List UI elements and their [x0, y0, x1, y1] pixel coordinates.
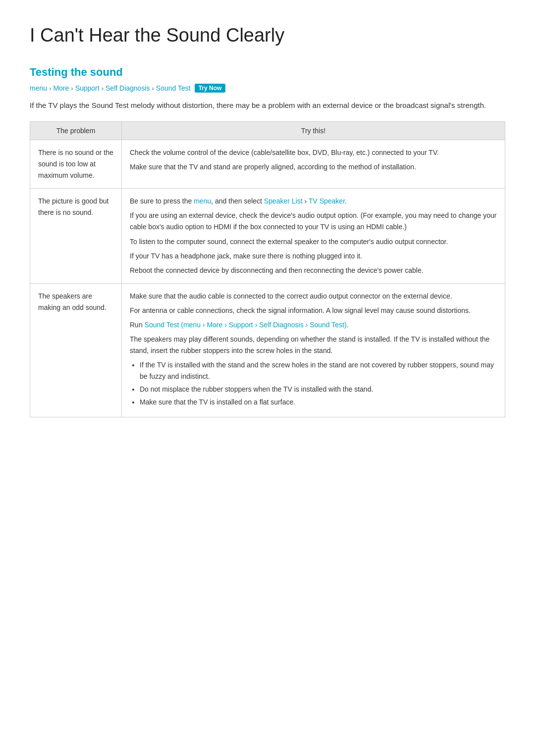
page-title: I Can't Hear the Sound Clearly [30, 25, 505, 46]
problem-cell-3: The speakers are making an odd sound. [30, 283, 122, 417]
breadcrumb-support[interactable]: Support [75, 84, 100, 92]
try-now-badge[interactable]: Try Now [195, 84, 226, 93]
solution-3-para-2: For antenna or cable connections, check … [130, 305, 497, 316]
breadcrumb: menu › More › Support › Self Diagnosis ›… [30, 84, 505, 93]
table-row: The speakers are making an odd sound. Ma… [30, 283, 505, 417]
solution-3-para-4: The speakers may play different sounds, … [130, 334, 497, 356]
breadcrumb-more[interactable]: More [53, 84, 69, 92]
solution-3-bullet-2: Do not misplace the rubber stoppers when… [140, 384, 497, 395]
solution-3-para-3: Run Sound Test (menu › More › Support › … [130, 319, 497, 331]
table-row: There is no sound or the sound is too lo… [30, 140, 505, 189]
col-header-problem: The problem [30, 122, 122, 140]
solution-3-bullet-list: If the TV is installed with the stand an… [130, 359, 497, 408]
solution-2-para-4: If your TV has a headphone jack, make su… [130, 251, 497, 262]
solution-3-para-1: Make sure that the audio cable is connec… [130, 291, 497, 302]
breadcrumb-sep-4: › [152, 85, 154, 92]
problem-cell-2: The picture is good but there is no soun… [30, 189, 122, 284]
solution-2-para-3: To listen to the computer sound, connect… [130, 236, 497, 248]
breadcrumb-sep-2: › [71, 85, 73, 92]
menu-link-1[interactable]: menu [194, 197, 211, 205]
speaker-list-link[interactable]: Speaker List [264, 197, 303, 205]
solution-cell-1: Check the volume control of the device (… [122, 140, 505, 189]
breadcrumb-sound-test[interactable]: Sound Test [156, 84, 191, 92]
problem-cell-1: There is no sound or the sound is too lo… [30, 140, 122, 189]
breadcrumb-menu[interactable]: menu [30, 84, 47, 92]
col-header-solution: Try this! [122, 122, 505, 140]
solution-1-para-1: Check the volume control of the device (… [130, 147, 497, 158]
breadcrumb-self-diagnosis[interactable]: Self Diagnosis [106, 84, 150, 92]
solution-2-para-2: If you are using an external device, che… [130, 210, 497, 233]
solution-3-bullet-3: Make sure that the TV is installed on a … [140, 397, 497, 407]
solution-cell-3: Make sure that the audio cable is connec… [122, 283, 505, 417]
section-title: Testing the sound [30, 66, 505, 79]
sound-test-inline-link[interactable]: Sound Test (menu › More › Support › Self… [145, 321, 347, 329]
troubleshoot-table: The problem Try this! There is no sound … [30, 121, 505, 417]
breadcrumb-sep-3: › [102, 85, 104, 92]
solution-2-para-5: Reboot the connected device by disconnec… [130, 265, 497, 276]
solution-3-bullet-1: If the TV is installed with the stand an… [140, 359, 497, 382]
solution-2-para-1: Be sure to press the menu, and then sele… [130, 196, 497, 207]
breadcrumb-sep-1: › [49, 85, 51, 92]
solution-1-para-2: Make sure that the TV and stand are prop… [130, 161, 497, 173]
tv-speaker-link[interactable]: TV Speaker [309, 197, 345, 205]
solution-cell-2: Be sure to press the menu, and then sele… [122, 189, 505, 284]
intro-text: If the TV plays the Sound Test melody wi… [30, 100, 505, 111]
table-row: The picture is good but there is no soun… [30, 189, 505, 284]
